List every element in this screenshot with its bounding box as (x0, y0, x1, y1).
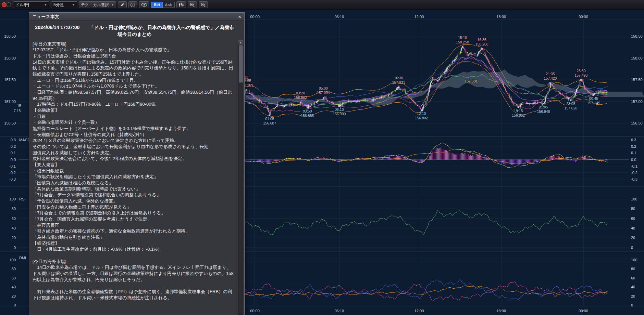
zoom-out-icon (201, 2, 206, 8)
chevron-down-icon: ▼ (72, 3, 75, 6)
info-icon: i (131, 3, 135, 7)
news-body-container: [今日の東京市場] *17:07JST 「ドル・円は伸び悩みか、日本の為替介入へ… (29, 40, 244, 315)
ask-button[interactable]: Ask (163, 2, 175, 8)
timeframe-label: 5分足 (53, 2, 64, 8)
zoom-out-button[interactable] (199, 1, 208, 8)
draw-pencil-button[interactable] (118, 1, 127, 8)
app-logo-icon (2, 2, 11, 8)
currency-pair-label: ドル/円 (15, 2, 29, 8)
news-scrollbar[interactable]: ▲ (238, 40, 243, 315)
currency-pair-select[interactable]: ドル/円 ▼ (13, 1, 49, 8)
close-icon[interactable]: × (238, 14, 241, 19)
scroll-up-arrow[interactable]: ▲ (238, 40, 243, 45)
zoom-in-icon (190, 2, 195, 8)
chevron-down-icon: ▼ (111, 3, 114, 6)
timeframe-select[interactable]: 5分足 ▼ (51, 1, 77, 8)
chart-type-button[interactable] (176, 1, 186, 8)
news-body-text: [今日の東京市場] *17:07JST 「ドル・円は伸び悩みか、日本の為替介入へ… (33, 41, 235, 301)
bid-ask-toggle: Bid Ask (151, 2, 175, 8)
technical-select-label: テクニカル選択 (81, 2, 109, 8)
info-button[interactable]: i (128, 1, 137, 8)
eye-icon (141, 3, 147, 7)
news-popup-titlebar[interactable]: ニュース本文 × (29, 13, 244, 21)
candlestick-chart-icon (178, 2, 184, 7)
news-headline: 2024/06/14 17:07:00 「ドル・円は伸び悩みか、日本の為替介入へ… (29, 21, 244, 40)
chevron-down-icon: ▼ (44, 3, 47, 6)
toolbar: ドル/円 ▼ 5分足 ▼ テクニカル選択 ▼ i Bid Ask (0, 0, 644, 10)
scroll-thumb[interactable] (239, 45, 243, 82)
news-popup-title: ニュース本文 (32, 14, 59, 20)
pencil-icon (120, 2, 125, 7)
technical-select-button[interactable]: テクニカル選択 ▼ (79, 1, 116, 8)
display-toggle-button[interactable] (139, 1, 149, 8)
bid-button[interactable]: Bid (151, 2, 163, 8)
news-popup: ニュース本文 × 2024/06/14 17:07:00 「ドル・円は伸び悩みか… (29, 12, 245, 315)
zoom-in-button[interactable] (188, 1, 197, 8)
